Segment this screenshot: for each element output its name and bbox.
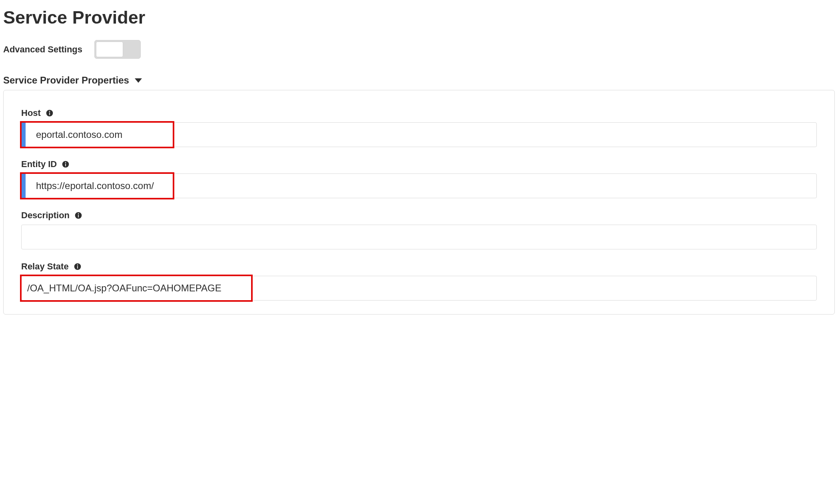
host-field: Host [21,108,817,147]
entity-id-field: Entity ID [21,159,817,198]
description-input[interactable] [21,225,817,249]
section-header[interactable]: Service Provider Properties [3,75,835,86]
toggle-knob [96,42,123,57]
info-icon[interactable] [62,160,70,168]
svg-point-8 [78,213,79,215]
entity-id-input[interactable] [21,173,817,198]
svg-point-11 [77,265,78,266]
info-icon[interactable] [46,109,54,117]
svg-point-2 [49,111,50,112]
svg-rect-10 [77,266,78,269]
properties-panel: Host Entity ID Description [3,90,835,315]
relay-state-field: Relay State [21,261,817,301]
advanced-settings-row: Advanced Settings [3,40,835,59]
svg-rect-1 [49,112,50,115]
relay-state-input[interactable] [21,276,817,301]
svg-rect-4 [65,163,66,166]
svg-point-5 [65,162,66,163]
info-icon[interactable] [74,263,82,271]
description-field: Description [21,210,817,249]
advanced-settings-toggle[interactable] [94,40,141,59]
svg-rect-7 [78,215,79,217]
section-title: Service Provider Properties [3,75,129,86]
host-input[interactable] [21,122,817,147]
entity-id-label: Entity ID [21,159,57,169]
description-label: Description [21,210,70,221]
host-label: Host [21,108,41,118]
caret-down-icon[interactable] [135,78,142,83]
advanced-settings-label: Advanced Settings [3,44,82,55]
page-title: Service Provider [3,7,835,28]
info-icon[interactable] [74,211,82,219]
relay-state-label: Relay State [21,261,69,272]
